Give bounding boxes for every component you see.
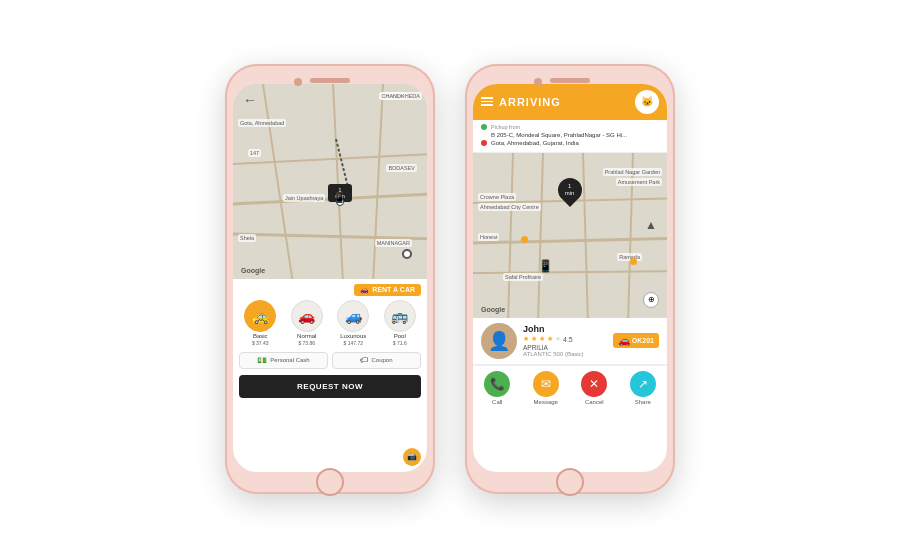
action-call[interactable]: 📞 Call <box>473 371 522 405</box>
rent-car-badge: 🚗 RENT A CAR <box>354 284 421 296</box>
hamburger-menu[interactable] <box>481 97 493 106</box>
location-btn-right[interactable]: ⊕ <box>643 292 659 308</box>
payment-cash-btn[interactable]: 💵 Personal Cash <box>239 352 328 369</box>
svg-line-9 <box>538 153 543 318</box>
cancel-label: Cancel <box>585 399 604 405</box>
car-icon-badge: 🚗 <box>360 286 369 294</box>
map-label-safal: Safal Profitaire <box>503 273 543 281</box>
compass-icon: ▲ <box>645 218 657 232</box>
pickup-from-address: B 205-C, Mondeal Square, PrahladNagar - … <box>491 132 627 138</box>
right-phone: ARRIVING 🐱 Pickup from B 205-C, Mondeal … <box>465 64 675 494</box>
car-name-luxurious: Luxurious <box>340 333 366 339</box>
pickup-bar: Pickup from B 205-C, Mondeal Square, Pra… <box>473 120 667 153</box>
pin-marker: 1 min <box>556 178 584 214</box>
rating-num: 4.5 <box>563 336 573 343</box>
left-map-area: Khodiyar CHANDKHEDA Gota, Ahmedabad 147 … <box>233 84 427 279</box>
arriving-text: ARRIVING <box>499 96 629 108</box>
left-phone-screen: Khodiyar CHANDKHEDA Gota, Ahmedabad 147 … <box>233 84 427 472</box>
app-logo-avatar: 🐱 <box>635 90 659 114</box>
left-home-button[interactable] <box>316 468 344 496</box>
payment-coupon-btn[interactable]: 🏷 Coupon <box>332 352 421 369</box>
svg-line-4 <box>233 234 427 239</box>
vehicle-model: ATLANTIC 500 <box>523 351 563 357</box>
car-option-basic[interactable]: 🚕 Basic $ 37.43 <box>239 300 282 346</box>
svg-line-8 <box>473 271 667 273</box>
pin-min-text: 1 min <box>565 183 575 196</box>
left-map-bg: Khodiyar CHANDKHEDA Gota, Ahmedabad 147 … <box>233 84 427 279</box>
cash-icon: 💵 <box>257 356 267 365</box>
google-logo-left: Google <box>241 267 265 274</box>
car-circle-basic: 🚕 <box>244 300 276 332</box>
right-phone-screen: ARRIVING 🐱 Pickup from B 205-C, Mondeal … <box>473 84 667 472</box>
right-car-marker: 📱 <box>538 259 553 273</box>
action-message[interactable]: ✉ Message <box>522 371 571 405</box>
share-icon: ↗ <box>630 371 656 397</box>
right-header: ARRIVING 🐱 <box>473 84 667 120</box>
car-name-normal: Normal <box>297 333 316 339</box>
plate-number: OK201 <box>632 337 654 344</box>
call-label: Call <box>492 399 502 405</box>
svg-line-1 <box>263 84 293 279</box>
driver-avatar: 👤 <box>481 323 517 359</box>
location-dot-left <box>402 249 412 259</box>
driver-details: John ★ ★ ★ ★ ★ 4.5 APRILIA ATLANTIC 500 … <box>523 324 607 357</box>
poi-ramada <box>630 258 637 265</box>
driver-vehicle-name: APRILIA <box>523 344 607 351</box>
phones-container: Khodiyar CHANDKHEDA Gota, Ahmedabad 147 … <box>225 64 675 494</box>
action-bar: 📞 Call ✉ Message ✕ Cancel ↗ Share <box>473 365 667 408</box>
star-1: ★ <box>523 335 529 343</box>
payment-row: 💵 Personal Cash 🏷 Coupon <box>239 352 421 369</box>
car-option-normal[interactable]: 🚗 Normal $ 73.86 <box>286 300 329 346</box>
map-label-crowne: Crowne Plaza <box>478 193 516 201</box>
car-price-normal: $ 73.86 <box>298 340 315 346</box>
vehicle-type: (Basic) <box>565 351 584 357</box>
request-now-button[interactable]: REQUEST NOW <box>239 375 421 398</box>
star-2: ★ <box>531 335 537 343</box>
car-name-pool: Pool <box>394 333 406 339</box>
pickup-from-row: Pickup from <box>481 124 659 130</box>
action-cancel[interactable]: ✕ Cancel <box>570 371 619 405</box>
car-circle-normal: 🚗 <box>291 300 323 332</box>
map-label-jain: Jain Upashraya <box>283 194 325 202</box>
car-plate-tag: 🚗 OK201 <box>613 333 659 348</box>
vehicle-detail: ATLANTIC 500 (Basic) <box>523 351 607 357</box>
map-label-147: 147 <box>248 149 261 157</box>
green-dot <box>481 124 487 130</box>
pickup-address-row: B 205-C, Mondeal Square, PrahladNagar - … <box>481 132 659 138</box>
svg-line-2 <box>233 154 427 164</box>
car-circle-luxurious: 🚙 <box>337 300 369 332</box>
map-label-honest: Honest <box>478 233 499 241</box>
back-arrow[interactable]: ← <box>243 92 257 108</box>
phone-icon-map: 📱 <box>333 192 345 203</box>
map-label-bodasev: BODASEV <box>386 164 417 172</box>
map-label-ahmedabad-city: Ahmedabad City Centre <box>478 203 541 211</box>
hamburger-line-3 <box>481 104 493 106</box>
map-label-maninagar: MANINAGAR <box>375 239 412 247</box>
right-map-bg: Prahlad Nagar Garden Amusement Park Hone… <box>473 153 667 318</box>
star-5: ★ <box>555 335 561 343</box>
destination-row: Gota, Ahmedabad, Gujarat, India <box>481 140 659 146</box>
cash-label: Personal Cash <box>270 357 309 363</box>
rent-car-header: 🚗 RENT A CAR <box>239 284 421 296</box>
svg-line-5 <box>373 84 383 279</box>
call-icon: 📞 <box>484 371 510 397</box>
coupon-icon: 🏷 <box>360 356 368 365</box>
left-phone: Khodiyar CHANDKHEDA Gota, Ahmedabad 147 … <box>225 64 435 494</box>
right-map-area: Prahlad Nagar Garden Amusement Park Hone… <box>473 153 667 318</box>
map-label-prahlad: Prahlad Nagar Garden <box>603 168 662 176</box>
right-home-button[interactable] <box>556 468 584 496</box>
message-label: Message <box>534 399 558 405</box>
service-panel: 🚗 RENT A CAR 🚕 Basic $ 37.43 🚗 Normal $ … <box>233 279 427 403</box>
map-label-amusement: Amusement Park <box>616 178 662 186</box>
pickup-from-label: Pickup from <box>491 124 520 130</box>
svg-line-12 <box>508 153 513 318</box>
car-circle-pool: 🚌 <box>384 300 416 332</box>
map-label-shela: Shela <box>238 234 256 242</box>
left-map-svg <box>233 84 427 279</box>
map-label-gota: Gota, Ahmedabad <box>238 119 286 127</box>
map-label-chandkheda: CHANDKHEDA <box>379 92 422 100</box>
poi-honest <box>521 236 528 243</box>
car-option-luxurious[interactable]: 🚙 Luxurious $ 147.72 <box>332 300 375 346</box>
car-option-pool[interactable]: 🚌 Pool $ 71.6 <box>379 300 422 346</box>
action-share[interactable]: ↗ Share <box>619 371 668 405</box>
